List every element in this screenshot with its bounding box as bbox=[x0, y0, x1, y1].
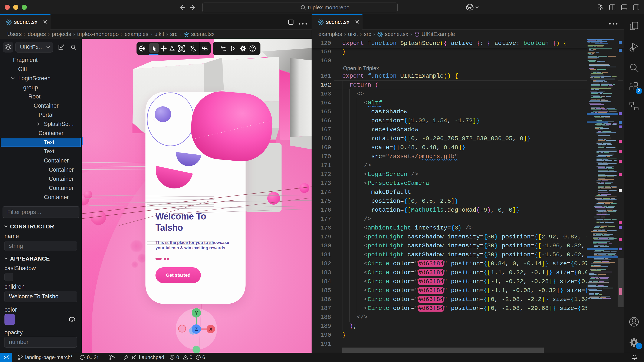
svg-text:Z: Z bbox=[195, 327, 198, 332]
svg-text:Y: Y bbox=[195, 310, 198, 316]
svg-text:X: X bbox=[209, 327, 212, 332]
